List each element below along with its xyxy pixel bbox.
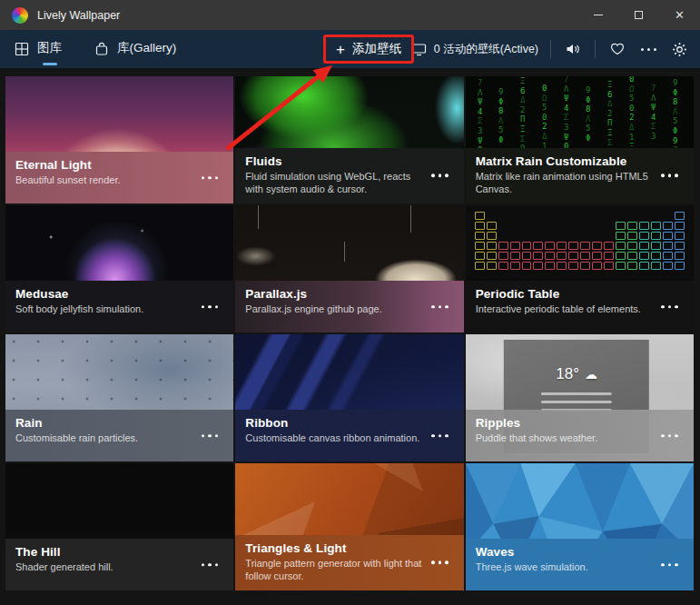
plus-icon: + (336, 42, 345, 57)
bag-icon (94, 42, 109, 56)
tile-fluids[interactable]: Fluids Fluid simulation using WebGL, rea… (235, 76, 463, 203)
wallpaper-title: Periodic Table (476, 287, 654, 301)
more-options-button[interactable] (198, 173, 222, 183)
tab-gallery[interactable]: 图库 (11, 30, 65, 68)
tile-caption: Triangles & Light Triangle pattern gener… (235, 535, 463, 590)
settings-button[interactable] (670, 40, 689, 59)
weather-temperature: 18° (556, 365, 579, 383)
wallpaper-title: Fluids (245, 154, 423, 168)
more-options-button[interactable] (428, 558, 452, 569)
wallpaper-title: Eternal Light (15, 158, 193, 172)
tile-caption: Periodic Table Interactive periodic tabl… (466, 281, 694, 332)
add-wallpaper-label: 添加壁纸 (352, 41, 401, 57)
tab-gallery-label: 图库 (37, 40, 62, 58)
tile-caption: Ripples Puddle that shows weather. (466, 410, 694, 461)
tile-caption: Fluids Fluid simulation using WebGL, rea… (235, 148, 463, 203)
tile-medusae[interactable]: Medusae Soft body jellyfish simulation. (5, 205, 233, 332)
wallpaper-description: Parallax.js engine github page. (245, 302, 423, 316)
tile-caption: Medusae Soft body jellyfish simulation. (5, 281, 233, 332)
wallpaper-description: Customisable rain particles. (15, 431, 193, 445)
tab-library[interactable]: 库(Gallery) (91, 30, 180, 68)
tile-triangles-light[interactable]: Triangles & Light Triangle pattern gener… (235, 463, 463, 590)
window-controls: ✕ (577, 0, 700, 30)
gear-icon (672, 42, 687, 57)
wallpaper-grid: Eternal Light Beautiful sunset render. F… (0, 68, 700, 590)
tile-caption: Matrix Rain Customizable Matrix like rai… (466, 148, 694, 203)
wallpaper-title: Medusae (15, 287, 193, 301)
wallpaper-title: Ribbon (245, 416, 423, 430)
tab-library-label: 库(Gallery) (117, 40, 176, 58)
wallpaper-title: Triangles & Light (245, 541, 423, 555)
weather-forecast-rows (541, 392, 612, 412)
wallpaper-description: Beautiful sunset render. (15, 174, 193, 187)
wallpaper-title: Matrix Rain Customizable (476, 154, 654, 168)
more-menu-button[interactable] (639, 46, 658, 53)
more-options-button[interactable] (428, 431, 452, 441)
cloud-icon: ☁ (585, 367, 597, 382)
wallpaper-description: Matrix like rain animation using HTML5 C… (476, 170, 654, 196)
tile-rain[interactable]: Rain Customisable rain particles. (5, 334, 233, 461)
close-button[interactable]: ✕ (659, 0, 700, 30)
separator (595, 40, 596, 58)
more-options-button[interactable] (198, 302, 222, 312)
wallpaper-description: Fluid simulation using WebGL, reacts wit… (245, 170, 423, 196)
wallpaper-title: Parallax.js (245, 287, 423, 301)
wallpaper-description: Triangle pattern generator with light th… (245, 557, 423, 583)
wallpaper-title: Rain (15, 416, 193, 430)
tile-caption: The Hill Shader generated hill. (5, 539, 233, 590)
add-wallpaper-button[interactable]: + 添加壁纸 (323, 35, 414, 64)
wallpaper-description: Interactive periodic table of elements. (476, 302, 654, 316)
more-options-button[interactable] (657, 560, 682, 570)
active-wallpapers-label: 0 活动的壁纸(Active) (434, 42, 538, 57)
wallpaper-description: Puddle that shows weather. (476, 431, 654, 445)
more-options-button[interactable] (657, 302, 682, 312)
app-title: Lively Wallpaper (37, 9, 120, 22)
tile-periodic-table[interactable]: Periodic Table Interactive periodic tabl… (466, 205, 694, 332)
wallpaper-title: Waves (476, 545, 654, 559)
app-logo-icon (12, 7, 28, 24)
more-options-button[interactable] (428, 171, 452, 182)
heart-icon (609, 42, 626, 56)
more-options-button[interactable] (428, 302, 452, 312)
wallpaper-description: Shader generated hill. (15, 560, 193, 574)
title-bar: Lively Wallpaper ✕ (0, 0, 700, 30)
more-icon (641, 48, 656, 51)
tile-eternal-light[interactable]: Eternal Light Beautiful sunset render. (5, 76, 233, 203)
wallpaper-description: Customisable canvas ribbon animation. (245, 431, 423, 445)
tile-parallax[interactable]: Parallax.js Parallax.js engine github pa… (235, 205, 463, 332)
nav-bar: 图库 库(Gallery) + 添加壁纸 0 活动的壁纸(Active) (0, 30, 700, 68)
wallpaper-description: Soft body jellyfish simulation. (15, 302, 193, 316)
nav-right-cluster: 0 活动的壁纸(Active) (411, 40, 689, 59)
tile-caption: Rain Customisable rain particles. (5, 410, 233, 461)
tile-caption: Eternal Light Beautiful sunset render. (5, 152, 233, 203)
minimize-button[interactable] (577, 0, 618, 30)
wallpaper-title: The Hill (15, 545, 193, 559)
volume-button[interactable] (563, 40, 583, 58)
tile-the-hill[interactable]: The Hill Shader generated hill. (5, 463, 233, 590)
tile-matrix-rain[interactable]: 7ΛΨ4Σ3Ψ09Φ8Λ5ΦΞ6Δ2ΠΞΣ9Φ0Ω502Δ17ΛΨ4Σ3Ψ0Ω9… (466, 76, 694, 203)
tile-caption: Ribbon Customisable canvas ribbon animat… (235, 410, 463, 461)
more-options-button[interactable] (198, 560, 222, 570)
tile-caption: Parallax.js Parallax.js engine github pa… (235, 281, 463, 332)
tile-waves[interactable]: Waves Three.js wave simulation. (466, 463, 694, 590)
tile-ribbon[interactable]: Ribbon Customisable canvas ribbon animat… (235, 334, 463, 461)
more-options-button[interactable] (657, 171, 682, 182)
wallpaper-title: Ripples (476, 416, 654, 430)
grid-icon (15, 42, 29, 56)
tile-ripples[interactable]: 18° ☁ Ripples Puddle that shows weather. (466, 334, 694, 461)
wallpaper-description: Three.js wave simulation. (476, 560, 654, 574)
maximize-button[interactable] (618, 0, 659, 30)
more-options-button[interactable] (198, 431, 222, 441)
volume-icon (565, 42, 581, 56)
tile-caption: Waves Three.js wave simulation. (466, 539, 694, 590)
favorites-button[interactable] (607, 40, 627, 58)
more-options-button[interactable] (657, 431, 682, 441)
lively-wallpaper-window: Lively Wallpaper ✕ 图库 库(Gallery) (0, 0, 700, 605)
separator (550, 40, 551, 58)
active-wallpapers-button[interactable]: 0 活动的壁纸(Active) (411, 42, 538, 57)
